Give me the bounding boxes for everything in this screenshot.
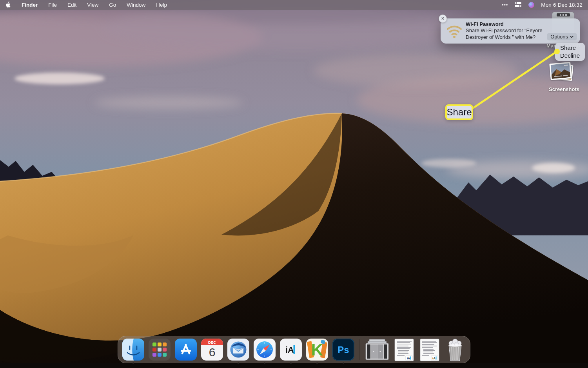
menu-item-share[interactable]: Share <box>555 44 585 52</box>
menu-app-name[interactable]: Finder <box>22 2 38 8</box>
options-button[interactable]: Options <box>547 33 577 40</box>
menu-window[interactable]: Window <box>127 2 145 8</box>
menu-bar-clock[interactable]: Mon 6 Dec 18:32 <box>541 2 583 8</box>
dock-separator <box>359 339 360 360</box>
close-icon: × <box>441 15 444 22</box>
share-callout: Share <box>445 104 473 120</box>
dock-minimized-window[interactable] <box>365 339 389 361</box>
dock-calendar-icon[interactable]: DEC 6 <box>201 339 223 361</box>
apple-menu[interactable] <box>5 1 11 9</box>
photoshop-letters: Ps <box>338 344 349 355</box>
ellipsis-icon[interactable]: ••• <box>502 2 508 8</box>
dock-photoshop-icon[interactable]: Ps <box>332 339 354 361</box>
doc-ia-badge: iA <box>407 357 410 360</box>
wifi-password-notification[interactable]: Wi-Fi Password Share Wi-Fi password for … <box>441 18 580 44</box>
apple-logo-icon <box>5 1 11 7</box>
notification-title: Wi-Fi Password <box>466 21 557 27</box>
doc-ia-badge: iA <box>432 357 436 360</box>
photo-stack-icon <box>550 62 573 82</box>
dock-minimized-document-1[interactable]: iA <box>394 339 415 361</box>
options-dropdown-menu: Share Decline <box>555 43 585 61</box>
menu-edit[interactable]: Edit <box>67 2 76 8</box>
notification-close-button[interactable]: × <box>439 15 447 23</box>
wifi-icon <box>445 22 463 39</box>
calendar-month: DEC <box>208 340 216 344</box>
dock-thunderbird-icon[interactable] <box>227 339 249 361</box>
screenshots-label: Screenshots <box>549 86 574 92</box>
chevron-down-icon <box>570 36 573 38</box>
menu-help[interactable]: Help <box>156 2 167 8</box>
dock-finder-icon[interactable] <box>122 339 144 361</box>
menu-bar: Finder File Edit View Go Window Help •••… <box>0 0 588 10</box>
siri-icon[interactable] <box>528 2 534 8</box>
hd-connector <box>557 13 570 16</box>
menu-view[interactable]: View <box>87 2 98 8</box>
ia-writer-letters: iA <box>285 345 294 355</box>
dock-minimized-document-2[interactable]: iA <box>419 339 440 361</box>
desktop-wallpaper-art <box>0 0 588 368</box>
screenshots-folder[interactable]: Screenshots <box>549 62 574 92</box>
kiwix-letter: K <box>311 341 323 359</box>
notification-body: Share Wi-Fi password for “Eeyore Destroy… <box>466 27 557 41</box>
options-label: Options <box>550 34 568 40</box>
dock-app-store-icon[interactable] <box>175 339 197 361</box>
share-callout-label: Share <box>446 107 472 118</box>
dock: DEC 6 <box>118 336 470 363</box>
dock-ia-writer-icon[interactable]: iA <box>280 339 302 361</box>
dock-trash-icon[interactable] <box>445 339 466 361</box>
menu-go[interactable]: Go <box>109 2 116 8</box>
dock-launchpad-icon[interactable] <box>149 339 171 361</box>
dock-safari-icon[interactable] <box>254 339 276 361</box>
dock-kiwix-icon[interactable]: K <box>306 339 328 361</box>
menu-item-decline[interactable]: Decline <box>555 52 585 60</box>
calendar-day: 6 <box>209 346 216 359</box>
control-center-icon[interactable] <box>515 2 522 8</box>
menu-file[interactable]: File <box>48 2 57 8</box>
